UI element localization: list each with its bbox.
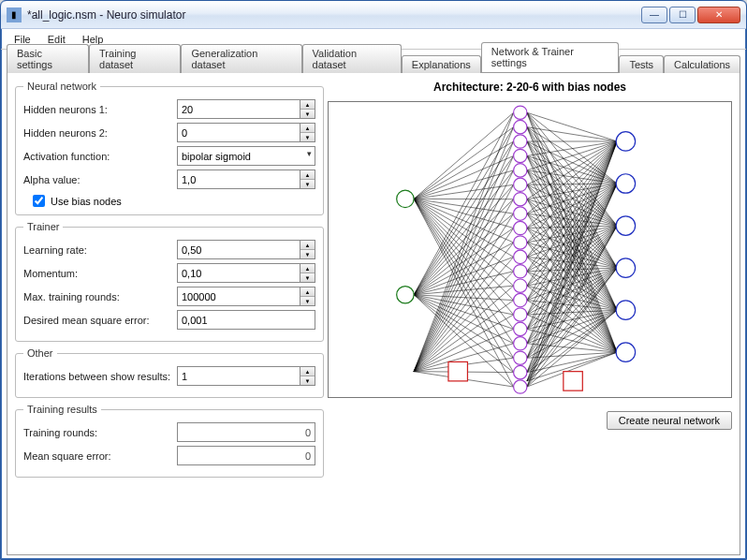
input-momentum[interactable] <box>177 263 300 283</box>
titlebar: ▮ *all_logic.nsm - Neuro simulator — ☐ ✕ <box>1 1 746 29</box>
label-learning-rate: Learning rate: <box>23 244 171 256</box>
group-trainer: Trainer Learning rate: ▲▼ Momentum: ▲▼ <box>15 221 324 342</box>
output-training-rounds <box>177 422 315 442</box>
tab-generalization-dataset[interactable]: Generalization dataset <box>181 44 301 73</box>
window-title: *all_logic.nsm - Neuro simulator <box>27 8 641 22</box>
network-diagram <box>328 101 732 398</box>
svg-point-207 <box>514 365 527 378</box>
label-iterations-between-show: Iterations between show results: <box>23 371 171 382</box>
minimize-button[interactable]: — <box>641 7 667 23</box>
svg-rect-209 <box>564 372 582 391</box>
svg-line-155 <box>527 329 617 352</box>
spinner-hidden-neurons-2[interactable]: ▲▼ <box>300 123 315 142</box>
label-training-rounds: Training rounds: <box>23 427 171 438</box>
label-hidden-neurons-2: Hidden neurons 2: <box>23 127 171 139</box>
svg-point-206 <box>514 351 527 364</box>
input-hidden-neurons-2[interactable] <box>177 123 300 142</box>
tab-calculations[interactable]: Calculations <box>664 55 740 73</box>
svg-line-3 <box>414 155 513 199</box>
svg-line-20 <box>414 112 513 295</box>
svg-point-201 <box>514 279 527 292</box>
input-hidden-neurons-1[interactable] <box>177 99 300 119</box>
svg-line-31 <box>414 272 513 295</box>
svg-line-4 <box>414 170 513 199</box>
svg-point-208 <box>514 380 527 393</box>
group-neural-network: Neural network Hidden neurons 1: ▲▼ Hidd… <box>15 81 324 215</box>
svg-line-24 <box>414 170 513 295</box>
svg-point-213 <box>616 258 635 277</box>
spinner-hidden-neurons-1[interactable]: ▲▼ <box>300 99 315 119</box>
svg-point-211 <box>616 174 635 193</box>
svg-line-84 <box>527 141 617 170</box>
tab-basic-settings[interactable]: Basic settings <box>7 44 89 73</box>
svg-point-194 <box>514 178 527 191</box>
label-activation-function: Activation function: <box>23 151 171 162</box>
svg-point-203 <box>514 308 527 321</box>
svg-line-36 <box>414 295 513 344</box>
group-training-results: Training results Training rounds: Mean s… <box>15 404 324 478</box>
create-neural-network-button[interactable]: Create neural network <box>607 411 732 430</box>
svg-line-11 <box>414 199 513 271</box>
svg-line-27 <box>414 214 513 295</box>
svg-point-215 <box>616 343 635 361</box>
input-desired-mse[interactable] <box>177 310 315 330</box>
spinner-alpha-value[interactable]: ▲▼ <box>300 169 315 189</box>
tab-validation-dataset[interactable]: Validation dataset <box>302 44 402 73</box>
input-learning-rate[interactable] <box>177 240 300 259</box>
svg-line-49 <box>414 243 513 372</box>
svg-line-37 <box>414 295 513 358</box>
maximize-button[interactable]: ☐ <box>669 7 696 23</box>
label-alpha-value: Alpha value: <box>23 174 171 185</box>
svg-point-212 <box>616 216 635 235</box>
svg-point-200 <box>514 265 527 278</box>
legend-trainer: Trainer <box>23 221 63 232</box>
menu-help[interactable]: Help <box>82 34 104 45</box>
input-max-training-rounds[interactable] <box>177 287 300 306</box>
svg-point-210 <box>616 132 635 151</box>
menu-edit[interactable]: Edit <box>48 34 66 45</box>
svg-point-214 <box>616 301 635 319</box>
svg-point-196 <box>514 207 527 220</box>
checkbox-use-bias-nodes[interactable] <box>33 195 45 207</box>
menu-file[interactable]: File <box>14 34 31 45</box>
svg-point-202 <box>514 293 527 306</box>
svg-line-21 <box>414 127 513 295</box>
legend-training-results: Training results <box>23 404 101 415</box>
tab-network-trainer[interactable]: Network & Trainer settings <box>481 42 620 72</box>
svg-line-148 <box>527 310 617 315</box>
label-momentum: Momentum: <box>23 268 171 279</box>
svg-line-60 <box>527 112 617 141</box>
spinner-learning-rate[interactable]: ▲▼ <box>300 240 315 259</box>
close-button[interactable]: ✕ <box>697 7 740 23</box>
svg-line-34 <box>414 295 513 315</box>
svg-point-198 <box>514 236 527 249</box>
svg-line-5 <box>414 184 513 199</box>
tab-tests[interactable]: Tests <box>619 55 664 73</box>
svg-point-199 <box>514 250 527 263</box>
spinner-max-training-rounds[interactable]: ▲▼ <box>300 287 315 306</box>
svg-line-101 <box>527 199 617 352</box>
svg-point-189 <box>514 106 527 119</box>
svg-line-67 <box>527 127 617 184</box>
input-alpha-value[interactable] <box>177 169 300 189</box>
spinner-momentum[interactable]: ▲▼ <box>300 263 315 283</box>
svg-point-190 <box>514 120 527 133</box>
svg-line-142 <box>527 301 617 311</box>
legend-other: Other <box>23 347 57 359</box>
svg-point-186 <box>397 190 414 207</box>
svg-line-119 <box>527 243 617 352</box>
tab-training-dataset[interactable]: Training dataset <box>89 44 181 73</box>
output-result-mse <box>177 446 315 465</box>
spinner-iterations-between-show[interactable]: ▲▼ <box>300 366 315 386</box>
svg-line-44 <box>414 170 513 372</box>
svg-point-197 <box>514 221 527 234</box>
tabstrip: Basic settings Training dataset Generali… <box>1 50 746 72</box>
input-iterations-between-show[interactable] <box>177 366 300 386</box>
label-desired-mse: Desired mean square error: <box>23 315 171 326</box>
select-activation-function[interactable]: bipolar sigmoid <box>177 146 315 166</box>
svg-line-42 <box>414 141 513 372</box>
tab-explanations[interactable]: Explanations <box>402 55 481 73</box>
svg-line-82 <box>527 155 617 310</box>
svg-point-192 <box>514 149 527 162</box>
svg-line-66 <box>527 127 617 141</box>
